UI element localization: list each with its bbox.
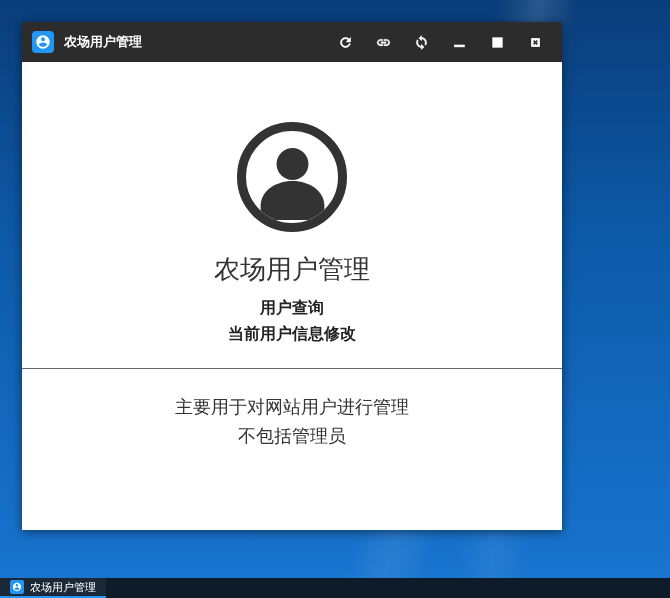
description-line-1: 主要用于对网站用户进行管理 [22,393,562,422]
top-section: 农场用户管理 用户查询 当前用户信息修改 [22,62,562,368]
close-button[interactable] [516,22,554,62]
taskbar-app-label: 农场用户管理 [30,580,96,595]
minimize-button[interactable] [440,22,478,62]
window-content: 农场用户管理 用户查询 当前用户信息修改 主要用于对网站用户进行管理 不包括管理… [22,62,562,530]
maximize-button[interactable] [478,22,516,62]
titlebar[interactable]: 农场用户管理 [22,22,562,62]
description-line-2: 不包括管理员 [22,422,562,451]
app-window: 农场用户管理 农场用户管理 用 [22,22,562,530]
bottom-section: 主要用于对网站用户进行管理 不包括管理员 [22,369,562,451]
taskbar[interactable]: 农场用户管理 [0,578,670,598]
user-avatar-icon [237,122,347,232]
edit-user-info-link[interactable]: 当前用户信息修改 [228,321,356,347]
user-circle-icon [35,34,51,50]
refresh-icon[interactable] [326,22,364,62]
svg-point-3 [276,148,308,180]
sync-icon[interactable] [402,22,440,62]
user-query-link[interactable]: 用户查询 [260,295,324,321]
window-title: 农场用户管理 [64,33,142,51]
svg-rect-0 [454,45,464,47]
link-icon[interactable] [364,22,402,62]
taskbar-app-icon [10,580,24,594]
taskbar-app-item[interactable]: 农场用户管理 [0,578,106,598]
svg-rect-1 [493,38,502,47]
app-icon [32,31,54,53]
page-heading: 农场用户管理 [214,252,370,287]
